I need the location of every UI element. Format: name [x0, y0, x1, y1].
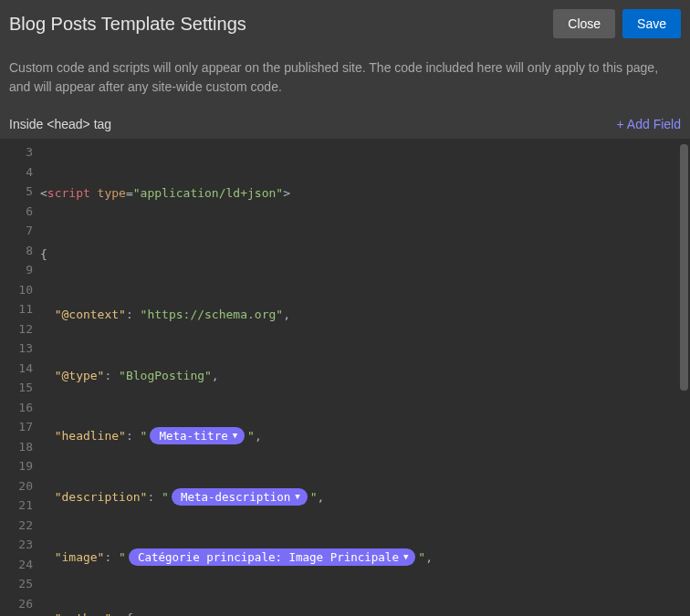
line-number: 26 — [0, 594, 40, 614]
line-number: 20 — [0, 476, 40, 496]
line-number: 22 — [0, 516, 40, 536]
line-number: 16 — [0, 398, 40, 418]
description-text: Custom code and scripts will only appear… — [0, 47, 690, 110]
line-number: 25 — [0, 574, 40, 594]
code-line: "author": { — [40, 609, 690, 617]
line-number: 19 — [0, 456, 40, 476]
field-pill-category-image[interactable]: Catégorie principale: Image Principale▼ — [129, 548, 415, 566]
line-number: 8 — [0, 241, 40, 261]
code-content[interactable]: <script type="application/ld+json"> { "@… — [40, 139, 690, 616]
section-label: Inside <head> tag — [9, 117, 111, 131]
line-number: 21 — [0, 496, 40, 516]
line-number: 3 — [0, 142, 40, 162]
header-buttons: Close Save — [553, 9, 681, 38]
line-number: 4 — [0, 162, 40, 183]
line-number: 14 — [0, 359, 40, 379]
code-line: "@type": "BlogPosting", — [40, 366, 690, 386]
save-button[interactable]: Save — [622, 9, 681, 38]
line-number: 10 — [0, 280, 40, 300]
line-number: 17 — [0, 417, 40, 437]
code-line: "@context": "https://schema.org", — [40, 305, 690, 325]
code-editor[interactable]: 3456789101112131415161718192021222324252… — [0, 139, 690, 616]
modal-header: Blog Posts Template Settings Close Save — [0, 0, 690, 47]
chevron-down-icon: ▼ — [295, 487, 299, 507]
code-line: "headline": "Meta-titre▼", — [40, 426, 690, 446]
code-line: "image": "Catégorie principale: Image Pr… — [40, 548, 690, 568]
field-pill-meta-titre[interactable]: Meta-titre▼ — [150, 427, 245, 444]
line-number: 18 — [0, 437, 40, 457]
scrollbar-thumb[interactable] — [680, 144, 688, 391]
line-number-gutter: 3456789101112131415161718192021222324252… — [0, 139, 40, 616]
chevron-down-icon: ▼ — [233, 426, 237, 446]
line-number: 13 — [0, 339, 40, 359]
line-number: 11 — [0, 299, 40, 319]
modal-title: Blog Posts Template Settings — [9, 14, 246, 35]
line-number: 12 — [0, 319, 40, 339]
line-number: 15 — [0, 378, 40, 398]
close-button[interactable]: Close — [553, 9, 615, 38]
line-number: 9 — [0, 260, 40, 280]
code-line: { — [40, 245, 690, 265]
field-pill-meta-description[interactable]: Meta-description▼ — [172, 488, 308, 506]
chevron-down-icon: ▼ — [403, 548, 408, 568]
line-number: 7 — [0, 221, 40, 241]
code-line: "description": "Meta-description▼", — [40, 487, 690, 507]
line-number: 24 — [0, 555, 40, 575]
code-line: <script type="application/ld+json"> — [40, 183, 690, 204]
add-field-button[interactable]: + Add Field — [617, 117, 681, 131]
section-bar: Inside <head> tag + Add Field — [0, 110, 690, 139]
line-number: 23 — [0, 535, 40, 555]
line-number: 6 — [0, 202, 40, 222]
line-number: 5 — [0, 182, 40, 202]
